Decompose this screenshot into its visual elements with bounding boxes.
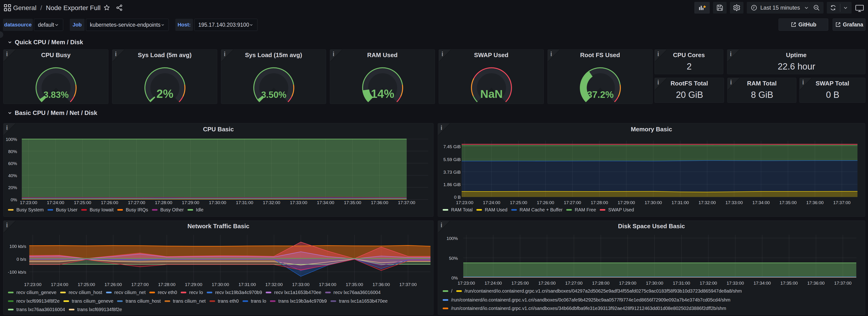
svg-text:17:29:00: 17:29:00 — [619, 281, 636, 286]
svg-text:0%: 0% — [452, 276, 458, 280]
svg-text:17:31:00: 17:31:00 — [239, 282, 256, 287]
svg-text:17:31:00: 17:31:00 — [236, 200, 253, 205]
svg-text:NaN: NaN — [480, 88, 503, 100]
svg-text:17:28:00: 17:28:00 — [158, 282, 176, 287]
svg-text:17:34:00: 17:34:00 — [752, 200, 770, 205]
svg-text:17:25:00: 17:25:00 — [510, 200, 527, 205]
svg-text:17:33:00: 17:33:00 — [290, 200, 307, 205]
svg-text:17:29:00: 17:29:00 — [185, 282, 202, 287]
svg-text:17:35:00: 17:35:00 — [346, 282, 363, 287]
svg-text:17:33:00: 17:33:00 — [726, 281, 744, 286]
svg-text:17:32:00: 17:32:00 — [266, 282, 283, 287]
svg-text:17:28:00: 17:28:00 — [592, 281, 610, 286]
svg-text:17:24:00: 17:24:00 — [485, 281, 502, 286]
svg-text:17:36:00: 17:36:00 — [806, 200, 824, 205]
svg-text:20%: 20% — [8, 185, 17, 190]
svg-text:17:24:00: 17:24:00 — [47, 200, 64, 205]
svg-text:17:24:00: 17:24:00 — [51, 282, 68, 287]
svg-text:17:29:00: 17:29:00 — [182, 200, 199, 205]
svg-text:17:26:00: 17:26:00 — [101, 200, 118, 205]
svg-text:80%: 80% — [8, 149, 17, 154]
svg-text:17:25:00: 17:25:00 — [74, 200, 91, 205]
svg-text:17:27:00: 17:27:00 — [565, 281, 583, 286]
svg-text:0%: 0% — [11, 197, 17, 202]
svg-text:17:36:00: 17:36:00 — [373, 282, 390, 287]
svg-text:17:26:00: 17:26:00 — [538, 281, 556, 286]
svg-text:17:36:00: 17:36:00 — [807, 281, 825, 286]
svg-text:5.59 GiB: 5.59 GiB — [443, 157, 461, 162]
svg-text:17:25:00: 17:25:00 — [512, 281, 529, 286]
svg-text:17:34:00: 17:34:00 — [319, 282, 336, 287]
svg-text:17:28:00: 17:28:00 — [591, 200, 608, 205]
svg-text:17:23:00: 17:23:00 — [458, 281, 475, 286]
svg-text:17:32:00: 17:32:00 — [699, 200, 716, 205]
svg-text:17:23:00: 17:23:00 — [24, 282, 41, 287]
svg-text:17:32:00: 17:32:00 — [700, 281, 717, 286]
svg-text:17:27:00: 17:27:00 — [128, 200, 145, 205]
svg-text:3.50%: 3.50% — [261, 90, 286, 100]
svg-text:17:35:00: 17:35:00 — [779, 200, 797, 205]
svg-text:100%: 100% — [6, 137, 17, 142]
svg-text:17:29:00: 17:29:00 — [618, 200, 635, 205]
svg-text:17:31:00: 17:31:00 — [672, 200, 689, 205]
svg-text:17:35:00: 17:35:00 — [780, 281, 798, 286]
svg-text:17:26:00: 17:26:00 — [537, 200, 554, 205]
svg-text:17:33:00: 17:33:00 — [292, 282, 309, 287]
svg-text:17:25:00: 17:25:00 — [78, 282, 95, 287]
svg-text:-100 kb/s: -100 kb/s — [8, 270, 26, 275]
svg-text:60%: 60% — [8, 161, 17, 166]
svg-text:17:30:00: 17:30:00 — [645, 200, 662, 205]
svg-text:17:30:00: 17:30:00 — [646, 281, 663, 286]
svg-text:17:37:00: 17:37:00 — [399, 282, 417, 287]
svg-text:14%: 14% — [371, 87, 394, 100]
svg-text:17:23:00: 17:23:00 — [456, 200, 473, 205]
svg-text:17:28:00: 17:28:00 — [155, 200, 172, 205]
svg-text:50%: 50% — [449, 256, 458, 261]
svg-text:3.73 GiB: 3.73 GiB — [443, 170, 461, 175]
svg-text:17:32:00: 17:32:00 — [263, 200, 280, 205]
svg-text:1.86 GiB: 1.86 GiB — [443, 182, 461, 187]
svg-text:2%: 2% — [156, 87, 173, 100]
svg-text:0 B: 0 B — [454, 195, 461, 200]
svg-text:100%: 100% — [446, 236, 458, 241]
svg-text:17:27:00: 17:27:00 — [131, 282, 149, 287]
svg-text:37.2%: 37.2% — [587, 89, 614, 100]
svg-text:17:37:00: 17:37:00 — [833, 200, 850, 205]
svg-text:17:24:00: 17:24:00 — [483, 200, 500, 205]
svg-text:7.45 GiB: 7.45 GiB — [443, 144, 461, 149]
svg-text:17:37:00: 17:37:00 — [398, 200, 415, 205]
svg-text:17:30:00: 17:30:00 — [212, 282, 229, 287]
svg-text:17:26:00: 17:26:00 — [105, 282, 122, 287]
svg-text:17:31:00: 17:31:00 — [673, 281, 690, 286]
svg-text:0 b/s: 0 b/s — [17, 257, 26, 262]
svg-text:40%: 40% — [8, 173, 17, 178]
svg-text:17:30:00: 17:30:00 — [209, 200, 226, 205]
svg-text:17:34:00: 17:34:00 — [317, 200, 334, 205]
svg-text:17:34:00: 17:34:00 — [753, 281, 771, 286]
svg-text:17:35:00: 17:35:00 — [344, 200, 361, 205]
svg-text:17:23:00: 17:23:00 — [20, 200, 37, 205]
svg-text:3.83%: 3.83% — [43, 90, 69, 100]
svg-text:100 kb/s: 100 kb/s — [9, 244, 26, 249]
svg-text:17:27:00: 17:27:00 — [564, 200, 581, 205]
svg-text:17:36:00: 17:36:00 — [371, 200, 389, 205]
svg-text:17:33:00: 17:33:00 — [725, 200, 743, 205]
svg-text:17:37:00: 17:37:00 — [834, 281, 851, 286]
